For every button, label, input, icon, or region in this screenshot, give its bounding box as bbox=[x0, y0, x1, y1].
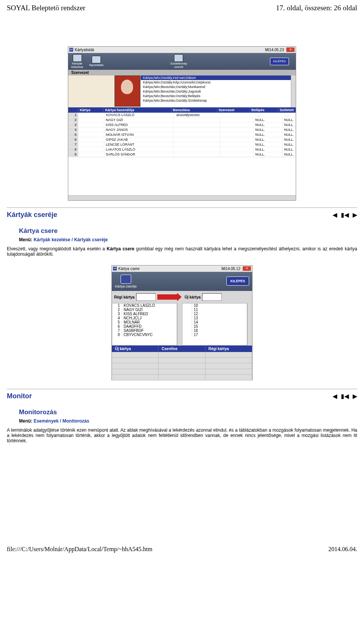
close-icon[interactable]: ✕ bbox=[243, 266, 251, 271]
col-belepes[interactable]: Belépés bbox=[250, 107, 278, 113]
list-item[interactable]: 15 bbox=[182, 324, 247, 328]
menu-path: Kártyák kezelése / Kártyák cseréje bbox=[34, 237, 108, 242]
swap-icon bbox=[121, 275, 131, 284]
input-uj-kartya[interactable] bbox=[202, 293, 222, 301]
list-item[interactable]: 10 bbox=[182, 303, 247, 308]
print-icon bbox=[92, 56, 101, 63]
result-grid bbox=[112, 352, 252, 380]
scrollbar-left[interactable] bbox=[177, 303, 182, 346]
table-row[interactable]: 6GIPSZ JAKABNULL.NULL. bbox=[68, 137, 296, 142]
list-item[interactable]: 6DAADFFD bbox=[112, 324, 177, 328]
footer-path: file:///C:/Users/Molnár/AppData/Local/Te… bbox=[7, 546, 152, 553]
btn-kilepes[interactable]: KILÉPÉS bbox=[267, 57, 292, 66]
table-row[interactable]: 3KISS ALFREDNULL.NULL. bbox=[68, 123, 296, 127]
menu-path: Események / Monitorozás bbox=[34, 418, 89, 424]
list-item[interactable]: 7SASBFBDF bbox=[112, 328, 177, 333]
dropdown-item[interactable]: Kártya;Név;Beosztás;Osztály;Belépés bbox=[141, 94, 291, 98]
list-item[interactable]: 4NCH,JCLJ bbox=[112, 316, 177, 320]
list-item[interactable]: 1KOVÁCS LÁSZLÓ bbox=[112, 303, 177, 308]
nav-first-icon[interactable]: ▮◀ bbox=[341, 211, 349, 218]
list-item[interactable]: 8CBYVCNCVNYC bbox=[112, 333, 177, 337]
table-row[interactable]: 1KOVÁCS LÁSZLÓalosztályvezeto. .. . bbox=[68, 113, 296, 118]
label-regi-kartya: Régi kártya bbox=[114, 295, 135, 299]
section1-body: Elveszett, vagy megrongálódott kártya es… bbox=[7, 246, 357, 257]
list-item[interactable]: 13 bbox=[182, 316, 247, 320]
list-item[interactable]: 12 bbox=[182, 312, 247, 316]
nav-next-icon[interactable]: ▶ bbox=[353, 211, 357, 218]
photo-panel bbox=[68, 75, 141, 107]
input-regi-kartya[interactable] bbox=[136, 293, 156, 301]
scrollbar-right[interactable] bbox=[247, 303, 252, 346]
table-row[interactable]: 5MOLNÁR ISTVÁNNULL.NULL. bbox=[68, 132, 296, 137]
col-hasznalo[interactable]: Kártya használója bbox=[104, 107, 171, 113]
table-row[interactable]: 8LAKATOS LÁSZLÓNULL.NULL. bbox=[68, 147, 296, 152]
dropdown-item[interactable]: Kártya;Név;Beosztás;Osztály;Jogosult bbox=[141, 89, 291, 94]
btn-kartya-csereje[interactable]: Kártya cseréje bbox=[115, 275, 137, 288]
btn-kartyak-listazasa[interactable]: Kártyák listázása bbox=[68, 53, 86, 70]
btn-kilepes-2[interactable]: KILÉPÉS bbox=[226, 277, 249, 286]
section-heading-monitor: Monitor bbox=[7, 392, 32, 400]
menu-label: Menü: bbox=[19, 237, 32, 242]
list-item[interactable]: 5MOLNÁR bbox=[112, 320, 177, 324]
list-regi[interactable]: 1KOVÁCS LÁSZLÓ2NAGY GIZI3KISS ALFRED4NCH… bbox=[112, 303, 177, 346]
list-item[interactable]: 11 bbox=[182, 308, 247, 312]
nav-next-icon[interactable]: ▶ bbox=[353, 393, 357, 400]
list-item[interactable]: 16 bbox=[182, 328, 247, 333]
screenshot-kartyalistak: M Kártyalisták MI14.05.23 ✕ Kártyák list… bbox=[68, 46, 296, 201]
hscrollbar[interactable] bbox=[68, 195, 296, 200]
col-kartya[interactable]: Kártya bbox=[78, 107, 104, 113]
nav-prev-icon[interactable]: ◀ bbox=[333, 211, 337, 218]
toolbar2: Kártya cseréje KILÉPÉS bbox=[112, 272, 252, 291]
titlebar2[interactable]: M Kártya csere MI14.05.12 ✕ bbox=[112, 266, 252, 272]
table-row[interactable]: 2NAGY GIZINULL.NULL. bbox=[68, 118, 296, 123]
section-heading-kartyak-csereje: Kártyák cseréje bbox=[7, 211, 57, 219]
dropdown-item[interactable]: Kártya;Név;Osztály;Kép;Azonosító;Gépkocs… bbox=[141, 80, 291, 85]
section-nav: ◀ ▮◀ ▶ bbox=[333, 211, 357, 218]
screenshot-kartya-csere: M Kártya csere MI14.05.12 ✕ Kártya cseré… bbox=[111, 265, 253, 380]
col-beosztas[interactable]: Beosztása bbox=[171, 107, 217, 113]
table-row[interactable]: 7LENCSE LÓRÁNTNULL.NULL. bbox=[68, 142, 296, 147]
doc-title-left: SOYAL Beleptetö rendszer bbox=[7, 4, 85, 12]
list-item[interactable]: 3KISS ALFRED bbox=[112, 312, 177, 316]
nav-prev-icon[interactable]: ◀ bbox=[333, 393, 337, 400]
list-item[interactable]: 14 bbox=[182, 320, 247, 324]
btn-nyomtatas[interactable]: Nyomtatás bbox=[86, 55, 107, 68]
result-header: Új kártya Cserélve Régi kártya bbox=[112, 346, 252, 352]
dropdown-item[interactable]: Kártya;Név;Beosztás;Osztály;Születésnap bbox=[141, 98, 291, 103]
subheading-kartya-csere: Kártya csere bbox=[19, 227, 357, 235]
table-row[interactable]: 9SARLÓS SÁNDORNULL.NULL. bbox=[68, 152, 296, 157]
label-uj-kartya: Új kártya bbox=[185, 295, 201, 299]
window2-title: Kártya csere bbox=[118, 267, 221, 271]
rescol-uj: Új kártya bbox=[112, 346, 158, 352]
window2-version: MI14.05.12 bbox=[221, 267, 240, 271]
app-icon: M bbox=[69, 48, 73, 52]
list-icon bbox=[73, 54, 82, 62]
nav-first-icon[interactable]: ▮◀ bbox=[341, 393, 349, 400]
list-item[interactable]: 2NAGY GIZI bbox=[112, 308, 177, 312]
app-icon: M bbox=[113, 267, 117, 270]
btn-szuletesnap[interactable]: Születésnap szerint bbox=[167, 53, 190, 70]
doc-page-count: 17. oldal, összesen: 26 oldal bbox=[276, 4, 357, 12]
col-szervezet[interactable]: Szervezet bbox=[217, 107, 250, 113]
footer-date: 2014.06.04. bbox=[328, 546, 357, 553]
dropdown-item-selected[interactable]: Kártya;Név;Osztály;Hol-van;Dátum bbox=[141, 75, 291, 80]
list-uj[interactable]: 1011121314151617 bbox=[182, 303, 247, 346]
window-title: Kártyalisták bbox=[75, 48, 265, 52]
column-preset-dropdown[interactable]: Kártya;Név;Osztály;Hol-van;Dátum Kártya;… bbox=[141, 75, 291, 107]
subheading-monitorozas: Monitorozás bbox=[19, 409, 357, 416]
table-row[interactable]: 4NAGY JÁNOSNULL.NULL. bbox=[68, 127, 296, 132]
list-item[interactable]: 17 bbox=[182, 333, 247, 337]
exit-icon: KILÉPÉS bbox=[226, 277, 249, 286]
rescol-cserelve: Cserélve bbox=[158, 346, 205, 352]
menu-label: Menü: bbox=[19, 418, 32, 424]
col-szuletett[interactable]: Született bbox=[278, 107, 296, 113]
arrow-icon bbox=[157, 294, 178, 300]
exit-icon: KILÉPÉS bbox=[270, 58, 289, 65]
window-version: MI14.05.23 bbox=[265, 48, 284, 52]
calendar-icon bbox=[174, 54, 183, 62]
dropdown-item[interactable]: Kártya;Név;Beosztás;Osztály;Munkarend bbox=[141, 85, 291, 89]
titlebar[interactable]: M Kártyalisták MI14.05.23 ✕ bbox=[68, 47, 296, 53]
toolbar: Kártyák listázása Nyomtatás Születésnap … bbox=[68, 53, 296, 70]
scrollbar[interactable] bbox=[291, 75, 296, 107]
close-icon[interactable]: ✕ bbox=[286, 47, 295, 52]
